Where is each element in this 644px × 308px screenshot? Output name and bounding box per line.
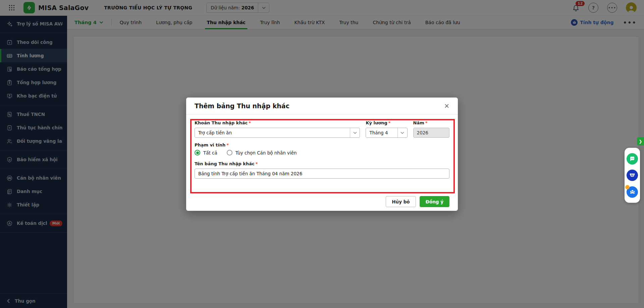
income-type-select[interactable]: Trợ cấp tiền ăn (195, 128, 360, 138)
modal-header: Thêm bảng Thu nhập khác ✕ (186, 98, 458, 115)
table-name-label: Tên bảng Thu nhập khác* (195, 161, 449, 166)
period-select[interactable]: Tháng 4 (366, 128, 407, 138)
cancel-button[interactable]: Hủy bỏ (386, 196, 416, 207)
modal-title: Thêm bảng Thu nhập khác (195, 102, 289, 110)
support-widget-panel (625, 148, 640, 203)
year-field (413, 128, 449, 138)
required-asterisk: * (226, 142, 229, 147)
chevron-down-icon[interactable] (350, 128, 360, 137)
year-label: Năm* (413, 120, 449, 125)
required-asterisk: * (256, 161, 258, 166)
period-value: Tháng 4 (366, 128, 397, 137)
radio-selected-icon[interactable] (195, 150, 200, 156)
app-root: MISA SalaGov TRƯỜNG TIỂU HỌC LÝ TỰ TRỌNG… (0, 0, 644, 308)
income-type-value: Trợ cấp tiền ăn (195, 128, 350, 137)
period-label: Kỳ lương* (366, 120, 407, 125)
community-icon[interactable] (627, 186, 638, 198)
close-icon[interactable]: ✕ (444, 103, 449, 109)
required-asterisk: * (249, 120, 251, 125)
radio-unselected-icon[interactable] (227, 150, 232, 156)
required-asterisk: * (425, 120, 428, 125)
income-type-label: Khoản Thu nhập khác* (195, 120, 360, 125)
notification-dot (625, 185, 630, 189)
add-other-income-modal: Thêm bảng Thu nhập khác ✕ Khoản Thu nhập… (186, 98, 458, 211)
required-asterisk: * (388, 120, 391, 125)
ok-button[interactable]: Đồng ý (420, 196, 449, 207)
scope-option-all[interactable]: Tất cả (195, 150, 217, 156)
ai-robot-icon[interactable] (627, 170, 638, 181)
scope-option-label: Tùy chọn Cán bộ nhân viên (235, 150, 297, 156)
chevron-down-icon[interactable] (397, 128, 407, 137)
chevron-right-icon: ❯ (639, 139, 642, 144)
modal-body: Khoản Thu nhập khác* Trợ cấp tiền ăn Kỳ … (186, 115, 458, 179)
modal-footer: Hủy bỏ Đồng ý (386, 196, 449, 207)
chat-support-icon[interactable] (627, 153, 638, 165)
scope-label: Phạm vi tính* (195, 142, 449, 147)
scope-option-label: Tất cả (203, 150, 217, 156)
scope-option-custom[interactable]: Tùy chọn Cán bộ nhân viên (227, 150, 297, 156)
table-name-field[interactable] (195, 169, 449, 179)
panel-expander-button[interactable]: ❯ (637, 137, 644, 145)
